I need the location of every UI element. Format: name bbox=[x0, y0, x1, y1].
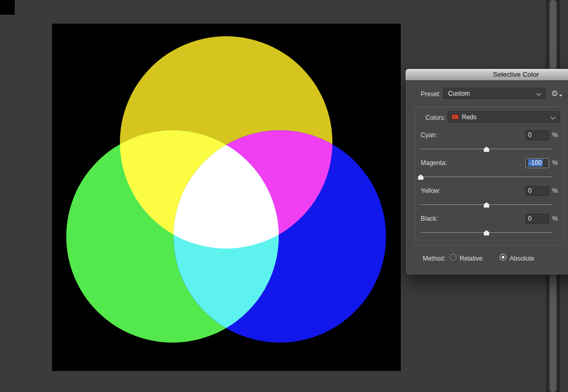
black-value: 0 bbox=[528, 215, 532, 222]
yellow-value-field[interactable]: 0 bbox=[525, 186, 549, 196]
cyan-slider[interactable] bbox=[421, 146, 552, 152]
reds-color-swatch bbox=[451, 114, 459, 120]
chevron-down-icon bbox=[536, 91, 542, 96]
relative-label[interactable]: Relative bbox=[460, 255, 482, 262]
colors-label: Colors: bbox=[413, 114, 445, 121]
magenta-value: -100 bbox=[528, 159, 543, 167]
document-canvas[interactable] bbox=[52, 24, 401, 371]
black-value-field[interactable]: 0 bbox=[525, 214, 549, 224]
preset-value: Custom bbox=[444, 90, 470, 97]
method-label: Method: bbox=[413, 255, 445, 262]
preset-label: Preset: bbox=[412, 90, 441, 98]
cyan-label: Cyan: bbox=[421, 131, 437, 139]
magenta-label: Magenta: bbox=[421, 159, 447, 167]
dialog-title: Selective Color bbox=[493, 70, 539, 78]
cyan-slider-thumb[interactable] bbox=[484, 147, 490, 152]
dialog-titlebar[interactable]: Selective Color bbox=[405, 69, 568, 81]
photoshop-workspace: { "workspace": { "background": "#3b3b3b"… bbox=[0, 0, 568, 392]
radio-relative[interactable] bbox=[450, 254, 457, 261]
selective-color-dialog: Selective Color Preset: Custom ⚙ Colors:… bbox=[405, 69, 568, 275]
yellow-label: Yellow: bbox=[421, 187, 441, 194]
radio-absolute[interactable] bbox=[500, 254, 506, 261]
yellow-unit: % bbox=[552, 187, 558, 194]
cyan-unit: % bbox=[552, 131, 558, 139]
yellow-slider-thumb[interactable] bbox=[484, 202, 490, 208]
magenta-value-field[interactable]: -100 bbox=[525, 158, 549, 168]
magenta-unit: % bbox=[552, 159, 558, 167]
black-unit: % bbox=[552, 215, 558, 222]
yellow-value: 0 bbox=[528, 187, 532, 194]
gear-menu-button[interactable]: ⚙ bbox=[551, 88, 562, 99]
black-label: Black: bbox=[421, 215, 438, 222]
cyan-value-field[interactable]: 0 bbox=[525, 130, 549, 140]
absolute-label[interactable]: Absolute bbox=[510, 255, 534, 262]
black-slider-thumb[interactable] bbox=[484, 230, 490, 235]
cyan-value: 0 bbox=[528, 131, 532, 139]
preset-dropdown[interactable]: Custom bbox=[443, 88, 545, 99]
gear-icon: ⚙ bbox=[551, 88, 558, 99]
colors-value: Reds bbox=[459, 114, 476, 121]
gear-dropdown-arrow-icon bbox=[559, 95, 562, 97]
venn-diagram bbox=[52, 24, 401, 371]
pasteboard-corner bbox=[0, 0, 15, 15]
colors-dropdown[interactable]: Reds bbox=[448, 111, 560, 122]
magenta-slider[interactable] bbox=[421, 174, 552, 180]
magenta-slider-track bbox=[421, 177, 552, 177]
black-slider[interactable] bbox=[421, 230, 552, 236]
chevron-down-icon bbox=[551, 115, 556, 120]
yellow-slider[interactable] bbox=[421, 202, 552, 208]
